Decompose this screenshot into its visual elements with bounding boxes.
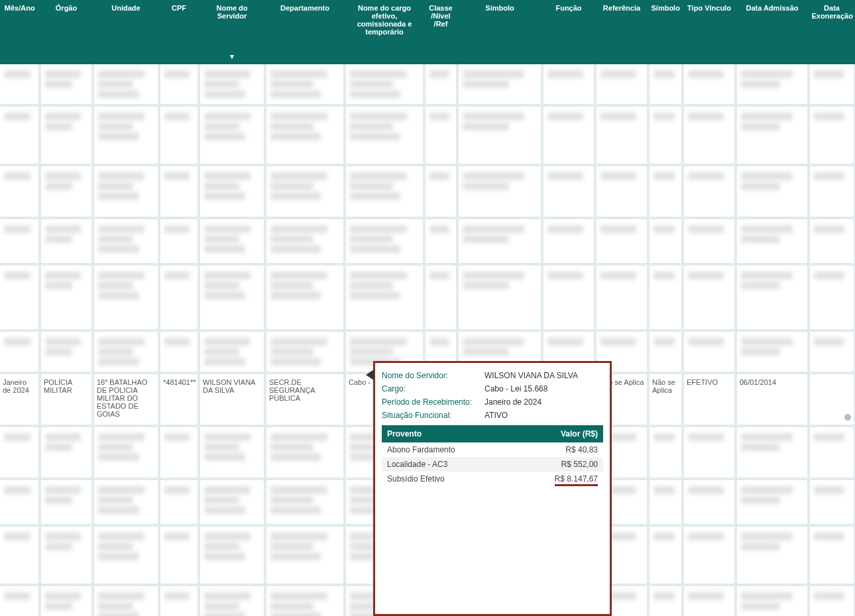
cell-blurred (595, 264, 648, 331)
cell-blurred (809, 331, 855, 373)
cell-blurred (683, 165, 736, 218)
cell-blurred (93, 105, 159, 165)
cell-blurred (159, 479, 199, 525)
cell-blurred (424, 218, 457, 264)
cell-blurred (199, 105, 265, 165)
cell-blurred (683, 64, 736, 105)
cell-blurred (159, 218, 199, 264)
cell-blurred (457, 64, 542, 105)
cell-blurred (457, 264, 542, 331)
cell-blurred (542, 64, 595, 105)
cell-blurred (683, 218, 736, 264)
provento-name: Subsídio Efetivo (382, 472, 513, 486)
col-nome[interactable]: Nome do Servidor ▼ (199, 0, 265, 64)
cell-blurred (683, 479, 736, 525)
cell-blurred (0, 64, 40, 105)
cell-blurred (424, 105, 457, 165)
cell-blurred (809, 585, 855, 616)
col-simbolo2[interactable]: Símbolo (648, 0, 683, 64)
popup-label-situacao: Situação Funcional: (382, 409, 484, 421)
cell-blurred (648, 165, 683, 218)
table-row[interactable] (0, 218, 855, 264)
cell-blurred (93, 264, 159, 331)
cell-blurred (93, 479, 159, 525)
cell-blurred (0, 331, 40, 373)
cell-blurred (265, 64, 345, 105)
col-departamento[interactable]: Departamento (265, 0, 345, 64)
col-referencia[interactable]: Referência (595, 0, 648, 64)
provento-value: R$ 552,00 (513, 457, 603, 472)
scroll-indicator[interactable] (844, 414, 851, 421)
cell-blurred (457, 218, 542, 264)
cell-blurred (93, 426, 159, 479)
col-vinculo[interactable]: Tipo Vínculo (683, 0, 736, 64)
cell-blurred (736, 479, 809, 525)
popup-value-situacao: ATIVO (484, 409, 508, 421)
cell-blurred (542, 165, 595, 218)
cell-blurred (199, 165, 265, 218)
detail-popup: Nome do Servidor: WILSON VIANA DA SILVA … (373, 361, 612, 616)
cell-unidade: 16º BATALHAO DE POLICIA MILITAR DO ESTAD… (93, 373, 159, 426)
cell-blurred (40, 64, 93, 105)
cell-blurred (542, 218, 595, 264)
table-row[interactable] (0, 64, 855, 105)
cell-blurred (159, 331, 199, 373)
table-row[interactable] (0, 165, 855, 218)
popup-value-periodo: Janeiro de 2024 (484, 396, 542, 408)
provento-table: Provento Valor (R$) Abono Fardamento R$ … (382, 425, 603, 486)
popup-label-periodo: Período de Recebimento: (382, 396, 484, 408)
provento-row: Abono Fardamento R$ 40,83 (382, 442, 603, 457)
cell-orgao: POLÍCIA MILITAR (40, 373, 93, 426)
cell-blurred (736, 585, 809, 616)
col-funcao[interactable]: Função (542, 0, 595, 64)
table-header: Mês/Ano Órgão Unidade CPF Nome do Servid… (0, 0, 855, 64)
col-classe[interactable]: Classe /Nível /Ref (424, 0, 457, 64)
col-orgao[interactable]: Órgão (40, 0, 93, 64)
cell-blurred (648, 585, 683, 616)
provento-row: Localidade - AC3 R$ 552,00 (382, 457, 603, 472)
provento-value: R$ 8.147,67 (513, 472, 603, 486)
cell-blurred (265, 165, 345, 218)
col-mesano[interactable]: Mês/Ano (0, 0, 40, 64)
cell-departamento: SECR.DE SEGURANÇA PÚBLICA (265, 373, 345, 426)
popup-value-cargo: Cabo - Lei 15.668 (484, 383, 547, 395)
cell-blurred (736, 426, 809, 479)
cell-blurred (0, 264, 40, 331)
cell-blurred (683, 105, 736, 165)
cell-blurred (809, 426, 855, 479)
cell-blurred (424, 165, 457, 218)
provento-name: Localidade - AC3 (382, 457, 513, 472)
cell-blurred (648, 218, 683, 264)
popup-value-nome: WILSON VIANA DA SILVA (484, 370, 578, 382)
cell-cpf: *481401** (159, 373, 199, 426)
cell-blurred (683, 264, 736, 331)
cell-blurred (0, 218, 40, 264)
table-row[interactable] (0, 264, 855, 331)
cell-blurred (159, 165, 199, 218)
cell-blurred (683, 585, 736, 616)
cell-blurred (345, 264, 424, 331)
cell-blurred (809, 479, 855, 525)
cell-blurred (199, 218, 265, 264)
col-exoneracao[interactable]: Data Exoneração (809, 0, 855, 64)
cell-blurred (93, 218, 159, 264)
cell-blurred (265, 264, 345, 331)
col-cargo[interactable]: Nome do cargo efetivo, comissionada e te… (345, 0, 424, 64)
cell-blurred (809, 218, 855, 264)
cell-blurred (809, 525, 855, 585)
cell-blurred (542, 105, 595, 165)
cell-blurred (809, 105, 855, 165)
cell-blurred (265, 331, 345, 373)
cell-blurred (93, 331, 159, 373)
cell-blurred (93, 64, 159, 105)
cell-blurred (40, 264, 93, 331)
col-admissao[interactable]: Data Admissão (736, 0, 809, 64)
cell-blurred (809, 64, 855, 105)
col-simbolo[interactable]: Símbolo (457, 0, 542, 64)
cell-blurred (457, 105, 542, 165)
table-row[interactable] (0, 105, 855, 165)
col-cpf[interactable]: CPF (159, 0, 199, 64)
cell-blurred (345, 64, 424, 105)
cell-blurred (648, 264, 683, 331)
col-unidade[interactable]: Unidade (93, 0, 159, 64)
